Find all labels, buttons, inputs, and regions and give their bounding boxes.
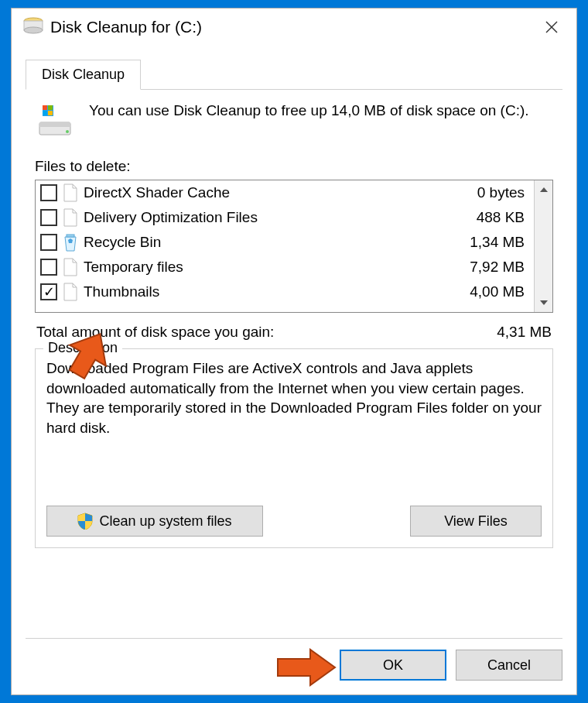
file-size: 1,34 MB <box>470 234 529 251</box>
file-checkbox[interactable] <box>40 283 57 300</box>
file-row[interactable]: Delivery Optimization Files488 KB <box>36 205 534 230</box>
file-size: 488 KB <box>477 209 529 226</box>
file-name: DirectX Shader Cache <box>84 184 477 201</box>
files-to-delete-label: Files to delete: <box>35 158 553 175</box>
description-legend: Description <box>43 340 122 356</box>
svg-rect-14 <box>67 235 74 237</box>
scrollbar[interactable] <box>534 180 552 312</box>
file-name: Delivery Optimization Files <box>84 209 477 226</box>
scroll-track[interactable] <box>535 199 552 293</box>
file-icon <box>62 282 79 302</box>
file-checkbox[interactable] <box>40 184 57 201</box>
scroll-up-button[interactable] <box>535 180 552 199</box>
file-name: Recycle Bin <box>84 234 470 251</box>
file-icon <box>62 257 79 277</box>
file-row[interactable]: Thumbnails4,00 MB <box>36 279 534 304</box>
svg-rect-10 <box>43 105 47 110</box>
file-name: Temporary files <box>84 259 470 276</box>
chevron-up-icon <box>540 187 548 192</box>
file-size: 4,00 MB <box>470 283 529 300</box>
close-icon <box>545 20 559 34</box>
close-button[interactable] <box>533 12 570 43</box>
file-size: 7,92 MB <box>470 259 529 276</box>
recycle-bin-icon <box>62 232 79 252</box>
chevron-down-icon <box>540 300 548 305</box>
file-size: 0 bytes <box>477 184 529 201</box>
tab-strip: Disk Cleanup <box>26 60 562 90</box>
svg-rect-11 <box>48 105 53 110</box>
total-row: Total amount of disk space you gain: 4,3… <box>36 324 552 341</box>
file-icon <box>62 183 79 203</box>
scroll-down-button[interactable] <box>535 293 552 312</box>
cleanup-button-label: Clean up system files <box>99 513 231 530</box>
ok-button[interactable]: OK <box>340 650 446 681</box>
drive-icon <box>35 101 75 144</box>
svg-rect-13 <box>48 111 53 115</box>
cancel-button[interactable]: Cancel <box>456 650 562 681</box>
tab-disk-cleanup[interactable]: Disk Cleanup <box>26 60 141 90</box>
title-bar: Disk Cleanup for (C:) <box>12 9 576 46</box>
svg-rect-12 <box>43 111 47 115</box>
file-name: Thumbnails <box>84 283 470 300</box>
svg-rect-6 <box>39 122 70 127</box>
file-row[interactable]: Temporary files7,92 MB <box>36 255 534 279</box>
file-checkbox[interactable] <box>40 209 57 226</box>
intro-text: You can use Disk Cleanup to free up 14,0… <box>89 101 529 121</box>
file-checkbox[interactable] <box>40 259 57 276</box>
file-checkbox[interactable] <box>40 234 57 251</box>
svg-marker-15 <box>540 187 548 192</box>
disk-cleanup-dialog: Disk Cleanup for (C:) Disk Cleanup <box>11 8 577 695</box>
drive-small-icon <box>22 16 44 38</box>
description-text: Downloaded Program Files are ActiveX con… <box>46 358 542 482</box>
svg-marker-16 <box>540 300 548 305</box>
file-row[interactable]: Recycle Bin1,34 MB <box>36 230 534 255</box>
window-title: Disk Cleanup for (C:) <box>50 18 533 36</box>
dialog-content: You can use Disk Cleanup to free up 14,0… <box>12 90 576 622</box>
intro-row: You can use Disk Cleanup to free up 14,0… <box>35 101 553 144</box>
shield-icon <box>77 513 93 530</box>
description-group: Description Downloaded Program Files are… <box>35 348 553 548</box>
cleanup-system-files-button[interactable]: Clean up system files <box>46 506 263 537</box>
total-value: 4,31 MB <box>497 324 552 341</box>
file-list: DirectX Shader Cache0 bytesDelivery Opti… <box>35 180 553 313</box>
view-files-button[interactable]: View Files <box>410 506 542 537</box>
file-icon <box>62 207 79 228</box>
svg-point-7 <box>66 130 69 133</box>
file-row[interactable]: DirectX Shader Cache0 bytes <box>36 180 534 205</box>
svg-point-2 <box>24 27 43 33</box>
dialog-footer: OK Cancel <box>12 639 576 694</box>
total-label: Total amount of disk space you gain: <box>36 324 274 341</box>
